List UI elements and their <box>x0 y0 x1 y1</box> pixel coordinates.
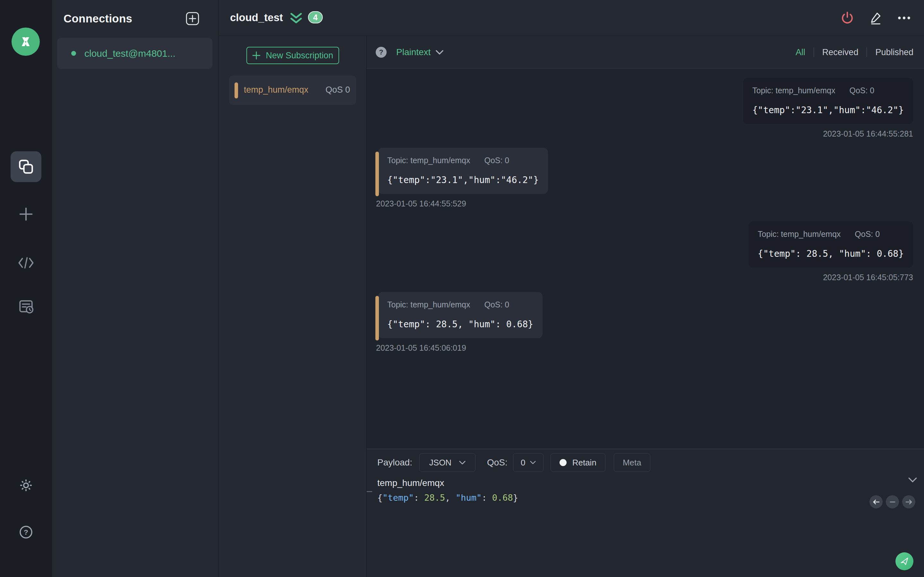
publish-topic-row: temp_hum/emqx <box>377 477 901 490</box>
subscription-topic: temp_hum/emqx <box>244 85 309 95</box>
log-icon <box>18 298 34 314</box>
connection-name: cloud_test@m4801... <box>84 48 176 59</box>
message-timestamp: 2023-01-05 16:45:06:019 <box>376 343 543 353</box>
meta-button[interactable]: Meta <box>614 453 650 472</box>
message-payload: {"temp":"23.1","hum":"46.2"} <box>387 175 539 185</box>
payload-format-value: JSON <box>429 458 451 468</box>
filter-all[interactable]: All <box>796 47 805 57</box>
history-clear-button[interactable] <box>886 495 899 508</box>
message-timestamp: 2023-01-05 16:44:55:281 <box>743 129 913 139</box>
message-format-select[interactable]: Plaintext <box>396 36 443 69</box>
header-actions <box>841 0 911 36</box>
message-meta: Topic: temp_hum/emqx QoS: 0 <box>387 300 533 309</box>
disconnect-button[interactable] <box>841 11 854 25</box>
plus-icon <box>19 207 33 221</box>
ellipsis-icon <box>897 11 911 25</box>
edit-connection-button[interactable] <box>869 11 882 25</box>
sidebar-settings-button[interactable] <box>0 477 52 494</box>
plus-icon <box>252 51 260 60</box>
app-sidebar: ? <box>0 0 52 577</box>
subscription-item[interactable]: temp_hum/emqx QoS 0 <box>229 76 356 105</box>
message-topic: Topic: temp_hum/emqx <box>758 229 841 239</box>
arrow-right-icon <box>905 499 913 505</box>
message-meta: Topic: temp_hum/emqx QoS: 0 <box>752 86 904 95</box>
sidebar-help-button[interactable]: ? <box>0 524 52 540</box>
sidebar-item-log[interactable] <box>0 298 52 315</box>
collapse-connection-chevrons[interactable] <box>290 13 302 26</box>
chevron-down-icon <box>459 461 465 465</box>
history-prev-button[interactable] <box>869 495 883 508</box>
filter-received[interactable]: Received <box>822 47 859 57</box>
message-topic: Topic: temp_hum/emqx <box>752 86 835 95</box>
qos-select[interactable]: 0 <box>513 453 543 472</box>
subscription-color-bar <box>234 82 238 98</box>
message-published: Topic: temp_hum/emqx QoS: 0 {"temp":"23.… <box>743 78 913 139</box>
message-topic: Topic: temp_hum/emqx <box>387 156 470 165</box>
message-format-value: Plaintext <box>396 47 431 57</box>
payload-format-select[interactable]: JSON <box>419 453 475 472</box>
retain-toggle[interactable]: Retain <box>551 453 606 472</box>
message-published: Topic: temp_hum/emqx QoS: 0 {"temp": 28.… <box>748 221 913 282</box>
panel-resize-handle[interactable] <box>367 491 372 492</box>
message-received: Topic: temp_hum/emqx QoS: 0 {"temp":"23.… <box>375 148 548 208</box>
meta-label: Meta <box>623 458 641 468</box>
subscriptions-column: New Subscription temp_hum/emqx QoS 0 <box>218 36 367 577</box>
power-icon <box>841 11 854 25</box>
connections-icon <box>18 158 34 175</box>
publish-options-row: Payload: JSON QoS: 0 <box>377 453 650 472</box>
plus-square-icon <box>186 11 200 26</box>
gear-icon <box>18 478 34 493</box>
chevron-down-icon <box>908 477 917 483</box>
payload-help-icon[interactable]: ? <box>376 47 387 58</box>
message-meta: Topic: temp_hum/emqx QoS: 0 <box>758 229 904 239</box>
help-circle-icon: ? <box>18 524 34 540</box>
messages-column: ? Plaintext All Received Published <box>367 36 924 577</box>
new-subscription-button[interactable]: New Subscription <box>246 47 339 64</box>
code-icon <box>18 256 34 270</box>
message-card: Topic: temp_hum/emqx QoS: 0 {"temp": 28.… <box>748 221 913 268</box>
qos-value: 0 <box>521 458 525 468</box>
add-connection-button[interactable] <box>186 11 200 26</box>
connections-title: Connections <box>63 12 132 25</box>
publish-panel: Payload: JSON QoS: 0 <box>367 449 924 577</box>
filter-published[interactable]: Published <box>875 47 913 57</box>
collapse-publish-panel-button[interactable] <box>908 477 917 484</box>
message-timestamp: 2023-01-05 16:44:55:529 <box>376 199 548 208</box>
arrow-left-icon <box>873 499 880 505</box>
retain-indicator-dot <box>559 459 567 466</box>
double-chevron-down-icon <box>290 13 302 24</box>
chevron-down-icon <box>436 50 443 55</box>
send-message-button[interactable] <box>895 552 913 570</box>
connections-header: Connections <box>52 0 218 38</box>
topic-input[interactable]: temp_hum/emqx <box>377 478 444 488</box>
message-meta: Topic: temp_hum/emqx QoS: 0 <box>387 156 539 165</box>
payload-format-label: Payload: <box>377 458 412 468</box>
chevron-down-icon <box>530 461 536 464</box>
history-next-button[interactable] <box>902 495 915 508</box>
connection-header: cloud_test 4 <box>218 0 924 36</box>
more-options-button[interactable] <box>897 11 911 25</box>
message-qos: QoS: 0 <box>484 156 509 165</box>
message-payload: {"temp": 28.5, "hum": 0.68} <box>387 319 533 330</box>
connection-list-item[interactable]: cloud_test@m4801... <box>57 38 212 69</box>
sidebar-new-connection-button[interactable] <box>0 206 52 222</box>
message-received: Topic: temp_hum/emqx QoS: 0 {"temp": 28.… <box>375 292 543 353</box>
payload-editor[interactable]: {"temp": 28.5, "hum": 0.68} <box>377 493 518 503</box>
message-color-bar <box>375 296 379 340</box>
sidebar-item-script[interactable] <box>0 255 52 271</box>
message-card: Topic: temp_hum/emqx QoS: 0 {"temp":"23.… <box>743 78 913 124</box>
message-qos: QoS: 0 <box>855 229 880 239</box>
connections-panel: Connections cloud_test@m4801... <box>52 0 218 577</box>
message-qos: QoS: 0 <box>849 86 874 95</box>
mqttx-logo <box>11 27 40 56</box>
sidebar-item-connections[interactable] <box>11 151 41 182</box>
message-payload: {"temp":"23.1","hum":"46.2"} <box>752 105 904 115</box>
new-subscription-label: New Subscription <box>266 51 333 61</box>
connection-title: cloud_test <box>230 11 283 24</box>
qos-label: QoS: <box>487 458 507 468</box>
messages-toolbar: ? Plaintext All Received Published <box>367 36 924 69</box>
minus-icon <box>889 499 896 505</box>
main-area: cloud_test 4 <box>218 0 924 577</box>
send-icon <box>900 556 909 566</box>
message-qos: QoS: 0 <box>484 300 509 309</box>
